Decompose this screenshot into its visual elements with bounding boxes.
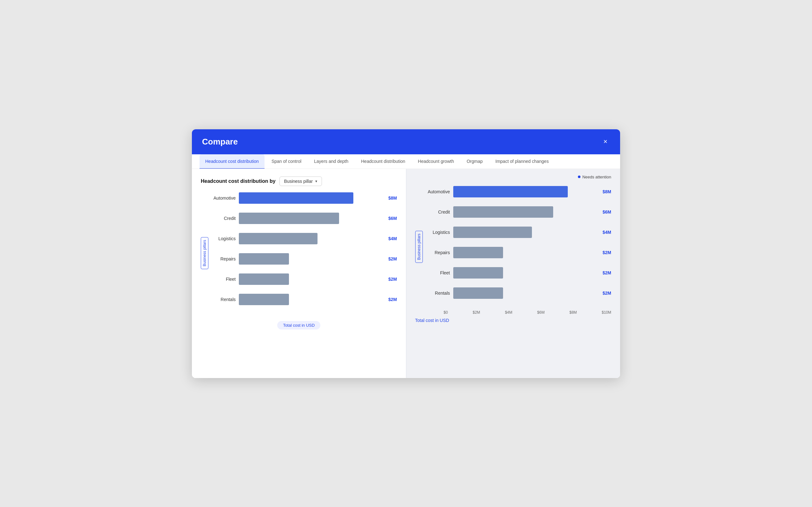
bar-label: Credit <box>425 210 450 215</box>
tab-headcount-distribution[interactable]: Headcount distribution <box>355 154 411 169</box>
bar-fill <box>453 227 532 238</box>
bar-value: $2M <box>388 277 397 282</box>
x-axis-tick: $2M <box>473 310 480 315</box>
left-bars-area: Automotive $8M Credit $6M <box>210 192 397 314</box>
table-row: Credit $6M <box>210 213 397 224</box>
bar-track <box>239 192 382 204</box>
bar-label: Repairs <box>425 250 450 255</box>
bar-value: $2M <box>388 257 397 262</box>
x-axis-tick: $6M <box>537 310 545 315</box>
bar-track <box>239 274 382 285</box>
bar-track <box>239 213 382 224</box>
bar-track <box>453 247 596 258</box>
bar-value: $2M <box>388 297 397 302</box>
bar-value: $2M <box>603 270 611 275</box>
x-axis-tick: $10M <box>602 310 611 315</box>
tabs-bar: Headcount cost distribution Span of cont… <box>192 154 620 169</box>
bar-value: $2M <box>603 250 611 255</box>
right-panel: Needs attention Business pillars Automot… <box>406 169 620 378</box>
content-area: Headcount cost distribution by Business … <box>192 169 620 378</box>
dropdown-label: Business pillar <box>284 179 313 184</box>
bar-track <box>453 287 596 299</box>
bar-fill <box>239 294 289 305</box>
table-row: Repairs $2M <box>210 253 397 265</box>
left-chart: Business pillars Automotive $8M Credit <box>201 192 397 314</box>
table-row: Rentals $2M <box>425 287 612 299</box>
left-panel: Headcount cost distribution by Business … <box>192 169 406 378</box>
table-row: Fleet $2M <box>210 274 397 285</box>
tab-headcount-growth[interactable]: Headcount growth <box>412 154 460 169</box>
compare-modal: Compare × Headcount cost distribution Sp… <box>192 129 620 378</box>
bar-fill <box>453 287 503 299</box>
bar-fill <box>453 247 503 258</box>
right-total-cost-label: Total cost in USD <box>415 318 449 323</box>
bar-label: Credit <box>210 216 236 221</box>
right-chart: Business pillars Automotive $8M Credit <box>415 186 612 308</box>
bar-fill <box>239 213 339 224</box>
chevron-down-icon: ▾ <box>315 179 317 183</box>
modal-title: Compare <box>202 137 238 147</box>
bar-fill <box>239 274 289 285</box>
bar-fill <box>453 267 503 279</box>
bar-track <box>453 227 596 238</box>
tab-span-of-control[interactable]: Span of control <box>266 154 307 169</box>
bar-label: Fleet <box>425 270 450 275</box>
bar-label: Logistics <box>425 230 450 235</box>
x-axis-tick: $8M <box>569 310 577 315</box>
right-chart-wrapper: Business pillars Automotive $8M Credit <box>415 186 612 315</box>
bar-label: Logistics <box>210 236 236 241</box>
bar-value: $4M <box>603 230 611 235</box>
needs-attention-dot <box>578 176 580 178</box>
table-row: Fleet $2M <box>425 267 612 279</box>
bar-label: Automotive <box>425 189 450 194</box>
bar-label: Repairs <box>210 257 236 262</box>
right-bars-area: Automotive $8M Credit $6M <box>425 186 612 308</box>
table-row: Rentals $2M <box>210 294 397 305</box>
bar-fill <box>239 233 317 244</box>
right-total-cost-wrapper: Total cost in USD <box>415 318 612 323</box>
table-row: Logistics $4M <box>210 233 397 244</box>
bar-label: Rentals <box>425 291 450 296</box>
bar-track <box>239 294 382 305</box>
left-y-axis-label: Business pillars <box>201 237 208 269</box>
table-row: Credit $6M <box>425 206 612 218</box>
bar-track <box>239 233 382 244</box>
bar-value: $4M <box>388 236 397 241</box>
bar-label: Rentals <box>210 297 236 302</box>
table-row: Repairs $2M <box>425 247 612 258</box>
needs-attention-badge: Needs attention <box>578 175 611 179</box>
bar-fill <box>453 186 568 198</box>
business-pillar-dropdown[interactable]: Business pillar ▾ <box>280 176 322 186</box>
bar-label: Automotive <box>210 195 236 201</box>
bar-value: $8M <box>388 195 397 201</box>
bar-track <box>453 267 596 279</box>
tab-impact-changes[interactable]: Impact of planned changes <box>490 154 554 169</box>
table-row: Logistics $4M <box>425 227 612 238</box>
tab-headcount-cost[interactable]: Headcount cost distribution <box>200 154 264 169</box>
x-axis-tick: $0 <box>444 310 448 315</box>
close-button[interactable]: × <box>601 137 610 147</box>
bar-value: $2M <box>603 291 611 296</box>
modal-header: Compare × <box>192 129 620 154</box>
bar-track <box>453 186 596 198</box>
bar-label: Fleet <box>210 277 236 282</box>
right-y-axis-label: Business pillars <box>415 231 423 263</box>
left-total-cost-label: Total cost in USD <box>277 321 320 330</box>
left-panel-heading: Headcount cost distribution by <box>201 178 275 184</box>
table-row: Automotive $8M <box>425 186 612 198</box>
bar-value: $6M <box>603 210 611 215</box>
tab-orgmap[interactable]: Orgmap <box>461 154 489 169</box>
x-axis-tick: $4M <box>505 310 512 315</box>
bar-value: $6M <box>388 216 397 221</box>
bar-fill <box>239 192 353 204</box>
bar-fill <box>453 206 554 218</box>
right-x-axis: $0 $2M $4M $6M $8M $10M <box>415 308 612 315</box>
left-total-cost-wrapper: Total cost in USD <box>201 317 397 330</box>
needs-attention-label: Needs attention <box>582 175 611 179</box>
left-panel-header: Headcount cost distribution by Business … <box>201 176 397 186</box>
table-row: Automotive $8M <box>210 192 397 204</box>
tab-layers-depth[interactable]: Layers and depth <box>308 154 354 169</box>
bar-fill <box>239 253 289 265</box>
bar-track <box>239 253 382 265</box>
bar-track <box>453 206 596 218</box>
